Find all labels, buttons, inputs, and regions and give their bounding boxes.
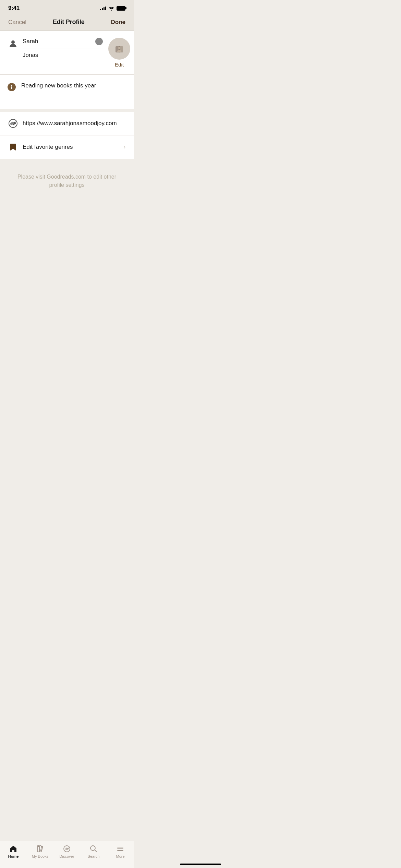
battery-icon: [117, 6, 125, 11]
genres-section[interactable]: Edit favorite genres ›: [0, 135, 134, 159]
goodreads-note-text: Please visit Goodreads.com to edit other…: [16, 173, 117, 189]
signal-icon: [100, 6, 106, 10]
website-url-field[interactable]: https://www.sarahjonasmoodjoy.com: [23, 120, 125, 127]
bio-input[interactable]: [21, 82, 125, 90]
cursor-indicator: [95, 38, 103, 45]
page-title: Edit Profile: [53, 19, 85, 26]
first-name-row: [23, 38, 103, 48]
done-button[interactable]: Done: [111, 19, 125, 26]
status-time: 9:41: [8, 5, 20, 12]
website-section: https://www.sarahjonasmoodjoy.com: [0, 112, 134, 135]
nav-bar: Cancel Edit Profile Done: [0, 14, 134, 31]
goodreads-note: Please visit Goodreads.com to edit other…: [0, 159, 134, 203]
website-icon: [8, 119, 18, 128]
last-name-field[interactable]: Jonas: [23, 52, 103, 59]
svg-point-5: [11, 85, 12, 86]
status-icons: [100, 6, 125, 11]
chevron-right-icon: ›: [124, 144, 125, 150]
wifi-icon: [108, 6, 114, 11]
avatar-section: Edit: [108, 38, 130, 68]
first-name-input[interactable]: [23, 38, 95, 45]
bookmark-icon: [8, 142, 18, 152]
info-icon: [7, 82, 16, 92]
svg-rect-4: [11, 86, 12, 89]
person-icon: [8, 39, 18, 49]
profile-section: Jonas Edit: [0, 31, 134, 75]
svg-point-0: [11, 40, 15, 44]
status-bar: 9:41: [0, 0, 134, 14]
bio-section: [0, 75, 134, 109]
genres-label: Edit favorite genres: [23, 144, 124, 150]
edit-avatar-button[interactable]: Edit: [115, 62, 124, 68]
section-divider-1: [0, 109, 134, 112]
svg-point-2: [118, 47, 120, 49]
cancel-button[interactable]: Cancel: [8, 19, 26, 26]
avatar: [108, 38, 130, 60]
avatar-icon: [113, 42, 126, 55]
profile-fields: Jonas: [23, 38, 103, 59]
